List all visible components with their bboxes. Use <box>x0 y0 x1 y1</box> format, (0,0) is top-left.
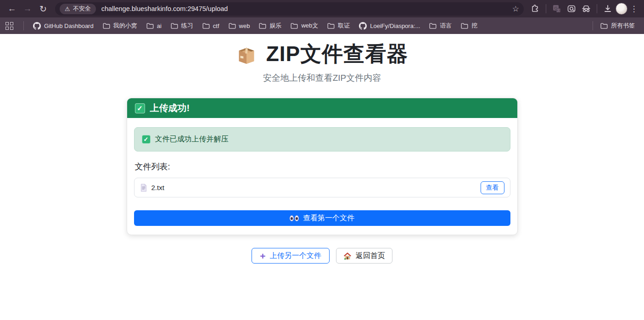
check-icon: ✓ <box>135 103 145 113</box>
bookmark-item[interactable]: 娱乐 <box>255 20 285 32</box>
view-file-button[interactable]: 查看 <box>481 181 504 194</box>
github-icon <box>33 22 41 30</box>
bookmark-item[interactable]: 取证 <box>324 20 353 32</box>
forward-icon[interactable]: → <box>20 1 35 16</box>
bookmark-item[interactable]: ctf <box>199 21 223 31</box>
file-name: 2.txt <box>151 184 164 191</box>
extensions-puzzle-icon[interactable] <box>528 2 542 16</box>
bookmark-label: web <box>239 22 250 29</box>
url-text[interactable]: challenge.bluesharkinfo.com:29475/upload <box>101 5 512 12</box>
folder-icon <box>229 22 236 29</box>
refresh-icon[interactable]: ↻ <box>36 1 50 16</box>
upload-another-label: 上传另一个文件 <box>270 251 321 261</box>
bookmark-item[interactable]: 练习 <box>167 20 197 32</box>
all-bookmarks-button[interactable]: 所有书签 <box>597 20 638 32</box>
folder-icon <box>327 22 335 29</box>
security-chip[interactable]: ⚠ 不安全 <box>60 4 96 14</box>
bookmark-label: 语言 <box>440 22 452 30</box>
bookmark-star-icon[interactable]: ☆ <box>512 4 519 14</box>
folder-icon <box>146 22 154 29</box>
bookmark-label: 取证 <box>338 22 350 30</box>
bookmark-label: ctf <box>213 22 219 29</box>
back-icon[interactable]: ← <box>5 1 19 16</box>
translate-extension-icon[interactable]: G文 <box>550 2 564 16</box>
house-icon <box>343 252 352 260</box>
bookmarks-separator <box>593 21 593 30</box>
address-bar[interactable]: ⚠ 不安全 challenge.bluesharkinfo.com:29475/… <box>55 2 524 16</box>
bookmark-item[interactable]: 我的小窝 <box>99 20 141 32</box>
browser-toolbar: ← → ↻ ⚠ 不安全 challenge.bluesharkinfo.com:… <box>0 0 644 17</box>
folder-icon <box>202 22 210 29</box>
folder-icon <box>600 22 608 29</box>
page-title: ZIP文件查看器 <box>266 40 409 68</box>
file-list-label: 文件列表: <box>135 161 510 172</box>
bookmark-label: web文 <box>301 22 318 30</box>
bookmark-item[interactable]: web文 <box>287 20 322 32</box>
folder-icon <box>429 22 437 29</box>
page-subtitle: 安全地上传和查看ZIP文件内容 <box>0 72 644 84</box>
browser-menu-icon[interactable]: ⋮ <box>628 4 639 14</box>
plus-icon: + <box>260 251 265 261</box>
warning-icon: ⚠ <box>65 6 70 12</box>
folder-icon <box>103 22 110 29</box>
file-list-item: 2.txt 查看 <box>134 178 510 197</box>
bookmark-item[interactable]: 语言 <box>426 20 455 32</box>
document-icon <box>140 184 147 192</box>
bookmark-label: 娱乐 <box>269 22 281 30</box>
bookmark-item[interactable]: web <box>225 21 254 31</box>
bookmark-label: 挖 <box>471 22 477 30</box>
apps-grid-icon[interactable] <box>6 22 13 30</box>
download-icon[interactable] <box>601 2 615 16</box>
page-content: ZIP文件查看器 安全地上传和查看ZIP文件内容 ✓ 上传成功! ✓ 文件已成功… <box>0 34 644 320</box>
bookmarks-separator <box>23 21 24 30</box>
result-card: ✓ 上传成功! ✓ 文件已成功上传并解压 文件列表: 2.txt 查看 <box>127 98 518 235</box>
bookmark-item[interactable]: GitHub Dashboard <box>29 20 97 32</box>
folder-icon <box>171 22 178 29</box>
toolbar-separator <box>546 4 546 13</box>
view-first-file-label: 查看第一个文件 <box>303 213 354 223</box>
folder-icon <box>291 22 298 29</box>
bookmark-label: 我的小窝 <box>113 22 137 30</box>
back-home-button[interactable]: 返回首页 <box>336 248 392 264</box>
back-home-label: 返回首页 <box>356 251 385 261</box>
card-body: ✓ 文件已成功上传并解压 文件列表: 2.txt 查看 查看第一个文件 <box>127 118 517 235</box>
page-header: ZIP文件查看器 安全地上传和查看ZIP文件内容 <box>0 34 644 84</box>
page-actions: + 上传另一个文件 返回首页 <box>0 248 644 264</box>
bookmark-item[interactable]: LoeiFy/Diaspora:... <box>355 20 424 32</box>
eyes-icon <box>290 215 299 221</box>
bookmark-label: GitHub Dashboard <box>44 22 94 29</box>
github-icon <box>359 22 367 30</box>
card-header-text: 上传成功! <box>150 102 190 114</box>
bookmark-label: ai <box>157 22 162 29</box>
all-bookmarks-label: 所有书签 <box>611 22 635 30</box>
package-icon <box>236 44 257 65</box>
view-first-file-button[interactable]: 查看第一个文件 <box>134 210 510 226</box>
folder-icon <box>259 22 266 29</box>
profile-avatar[interactable] <box>616 3 627 15</box>
screenshot-extension-icon[interactable] <box>565 2 578 16</box>
success-alert: ✓ 文件已成功上传并解压 <box>134 127 510 152</box>
incognito-extension-icon[interactable] <box>579 2 593 16</box>
bookmarks-bar: GitHub Dashboard 我的小窝 ai 练习 ctf web 娱乐 w… <box>0 17 644 34</box>
alert-text: 文件已成功上传并解压 <box>155 135 229 144</box>
bookmark-item[interactable]: 挖 <box>457 20 481 32</box>
security-label: 不安全 <box>73 5 91 13</box>
check-icon: ✓ <box>142 135 151 144</box>
card-header: ✓ 上传成功! <box>127 98 517 118</box>
bookmark-label: LoeiFy/Diaspora:... <box>370 22 420 29</box>
bookmark-label: 练习 <box>181 22 193 30</box>
svg-text:文: 文 <box>557 8 560 12</box>
folder-icon <box>461 22 468 29</box>
bookmark-item[interactable]: ai <box>143 21 165 31</box>
toolbar-separator <box>597 4 597 13</box>
upload-another-button[interactable]: + 上传另一个文件 <box>252 248 329 264</box>
